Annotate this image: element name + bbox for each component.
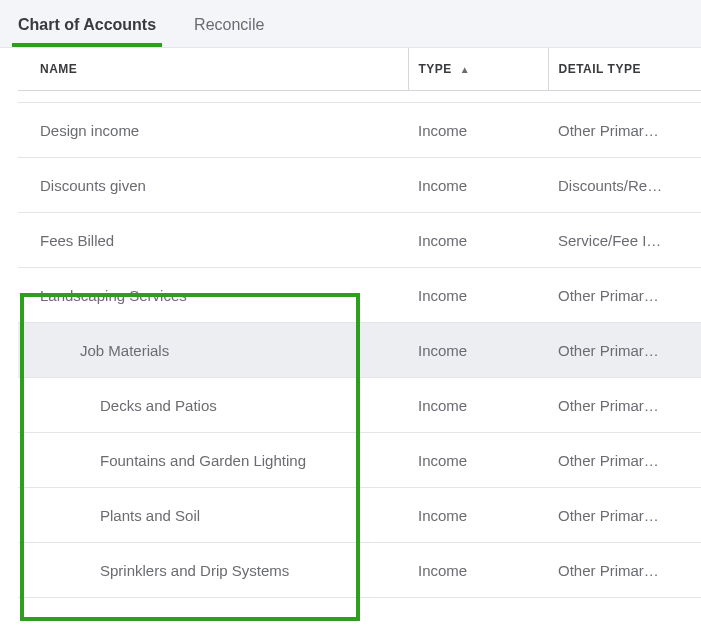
table-row[interactable]: Landscaping ServicesIncomeOther Primar… — [18, 268, 701, 323]
cell-type: Income — [408, 543, 548, 598]
table-row[interactable]: Decks and PatiosIncomeOther Primar… — [18, 378, 701, 433]
cell-type: Income — [408, 91, 548, 103]
accounts-table-body: Billable Expense IncomeIncomeService/Fee… — [18, 91, 701, 598]
cell-name: Discounts given — [18, 158, 408, 213]
cell-name: Design income — [18, 103, 408, 158]
cell-name: Fees Billed — [18, 213, 408, 268]
cell-name: Plants and Soil — [18, 488, 408, 543]
cell-detail-type: Other Primar… — [548, 268, 701, 323]
cell-type: Income — [408, 323, 548, 378]
cell-type: Income — [408, 158, 548, 213]
cell-type: Income — [408, 488, 548, 543]
table-row[interactable]: Sprinklers and Drip SystemsIncomeOther P… — [18, 543, 701, 598]
column-header-type[interactable]: TYPE ▲ — [408, 48, 548, 91]
table-row[interactable]: Fountains and Garden LightingIncomeOther… — [18, 433, 701, 488]
account-name-text: Fountains and Garden Lighting — [40, 452, 306, 469]
cell-name: Landscaping Services — [18, 268, 408, 323]
cell-detail-type: Other Primar… — [548, 378, 701, 433]
account-name-text: Design income — [40, 122, 139, 139]
cell-type: Income — [408, 213, 548, 268]
column-header-detail-type[interactable]: DETAIL TYPE — [548, 48, 701, 91]
cell-name: Billable Expense Income — [18, 91, 408, 103]
tab-chart-of-accounts[interactable]: Chart of Accounts — [18, 16, 156, 46]
tab-bar: Chart of Accounts Reconcile — [0, 0, 701, 48]
table-row[interactable]: Design incomeIncomeOther Primar… — [18, 103, 701, 158]
sort-asc-icon: ▲ — [460, 64, 470, 75]
cell-detail-type: Other Primar… — [548, 543, 701, 598]
account-name-text: Job Materials — [40, 342, 169, 359]
cell-name: Decks and Patios — [18, 378, 408, 433]
cell-detail-type: Service/Fee I… — [548, 91, 701, 103]
cell-name: Sprinklers and Drip Systems — [18, 543, 408, 598]
cell-type: Income — [408, 268, 548, 323]
page-root: Chart of Accounts Reconcile NAME TYPE ▲ … — [0, 0, 701, 643]
account-name-text: Landscaping Services — [40, 287, 187, 304]
cell-detail-type: Other Primar… — [548, 433, 701, 488]
cell-name: Job Materials — [18, 323, 408, 378]
cell-type: Income — [408, 103, 548, 158]
table-row[interactable]: Plants and SoilIncomeOther Primar… — [18, 488, 701, 543]
cell-detail-type: Other Primar… — [548, 103, 701, 158]
column-header-name-label: NAME — [40, 62, 77, 76]
account-name-text: Decks and Patios — [40, 397, 217, 414]
cell-type: Income — [408, 433, 548, 488]
table-row[interactable]: Fees BilledIncomeService/Fee I… — [18, 213, 701, 268]
cell-name: Fountains and Garden Lighting — [18, 433, 408, 488]
accounts-table-wrap: NAME TYPE ▲ DETAIL TYPE Billable Expense… — [0, 48, 701, 598]
account-name-text: Billable Expense Income — [40, 91, 204, 100]
tab-reconcile[interactable]: Reconcile — [194, 16, 264, 46]
cell-type: Income — [408, 378, 548, 433]
table-row[interactable]: Job MaterialsIncomeOther Primar… — [18, 323, 701, 378]
table-row[interactable]: Discounts givenIncomeDiscounts/Re… — [18, 158, 701, 213]
account-name-text: Discounts given — [40, 177, 146, 194]
account-name-text: Plants and Soil — [40, 507, 200, 524]
column-header-type-label: TYPE — [419, 62, 452, 76]
account-name-text: Fees Billed — [40, 232, 114, 249]
account-name-text: Sprinklers and Drip Systems — [40, 562, 289, 579]
cell-detail-type: Other Primar… — [548, 488, 701, 543]
cell-detail-type: Discounts/Re… — [548, 158, 701, 213]
cell-detail-type: Other Primar… — [548, 323, 701, 378]
accounts-table: NAME TYPE ▲ DETAIL TYPE Billable Expense… — [18, 48, 701, 598]
column-header-name[interactable]: NAME — [18, 48, 408, 91]
table-row[interactable]: Billable Expense IncomeIncomeService/Fee… — [18, 91, 701, 103]
column-header-detail-label: DETAIL TYPE — [559, 62, 641, 76]
cell-detail-type: Service/Fee I… — [548, 213, 701, 268]
